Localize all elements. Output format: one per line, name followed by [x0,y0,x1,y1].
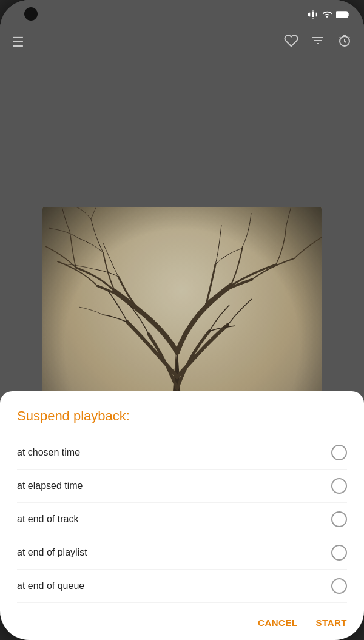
radio-chosen-time[interactable] [331,445,347,460]
suspend-dialog: Suspend playback: at chosen time at elap… [0,391,364,640]
option-label-end-of-playlist: at end of playlist [17,547,87,558]
heart-icon[interactable] [284,33,298,52]
option-end-of-playlist[interactable]: at end of playlist [17,536,347,570]
dialog-title: Suspend playback: [17,408,347,424]
status-icons [308,10,349,21]
option-label-chosen-time: at chosen time [17,447,80,458]
equalizer-icon[interactable] [311,33,325,52]
option-end-of-track[interactable]: at end of track [17,503,347,536]
menu-icon[interactable]: ☰ [12,35,24,50]
camera-notch [24,7,38,21]
wifi-icon [322,10,332,21]
option-chosen-time[interactable]: at chosen time [17,436,347,470]
radio-elapsed-time[interactable] [331,478,347,494]
svg-rect-0 [336,11,348,17]
option-label-end-of-queue: at end of queue [17,581,84,591]
option-label-elapsed-time: at elapsed time [17,480,83,491]
option-end-of-queue[interactable]: at end of queue [17,570,347,603]
status-bar [0,0,364,30]
svg-rect-1 [348,13,349,16]
battery-icon [336,10,349,21]
phone-frame: ☰ [0,0,364,640]
dialog-actions: CANCEL START [17,608,347,628]
radio-end-of-playlist[interactable] [331,545,347,561]
radio-end-of-track[interactable] [331,511,347,527]
nav-right [284,33,352,52]
option-elapsed-time[interactable]: at elapsed time [17,470,347,503]
timer-icon[interactable] [337,33,352,52]
option-label-end-of-track: at end of track [17,514,78,525]
nav-left: ☰ [12,35,24,50]
cancel-button[interactable]: CANCEL [258,618,298,628]
radio-end-of-queue[interactable] [331,578,347,594]
vibrate-icon [308,10,318,21]
start-button[interactable]: START [316,618,347,628]
